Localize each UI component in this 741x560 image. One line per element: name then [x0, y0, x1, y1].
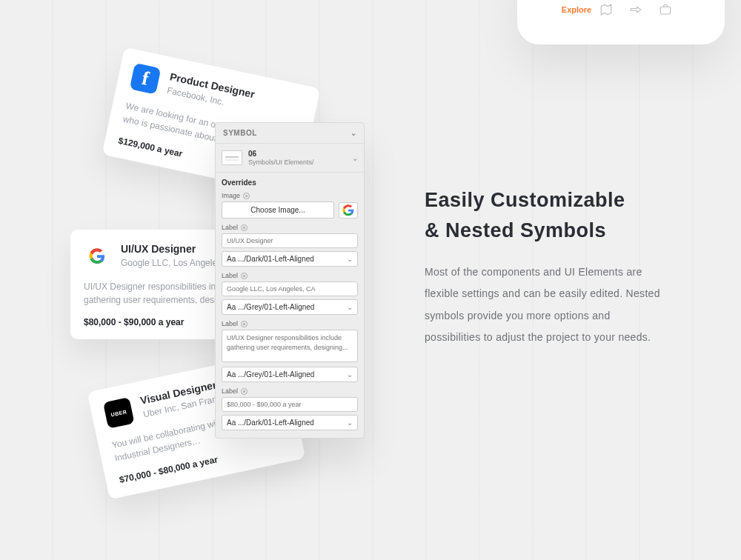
facebook-icon: f: [130, 63, 162, 95]
phone-navbar: Explore: [562, 3, 680, 16]
label-label: Label: [222, 224, 238, 231]
briefcase-icon[interactable]: [651, 3, 680, 16]
feature-copy: Easily Customizable & Nested Symbols Mos…: [425, 185, 662, 349]
label-label: Label: [222, 272, 238, 279]
plane-icon[interactable]: [621, 3, 651, 16]
choose-image-button[interactable]: Choose Image...: [222, 201, 334, 219]
visibility-icon[interactable]: [241, 224, 247, 231]
phone-mockup: Explore: [517, 0, 725, 44]
google-icon: [84, 243, 110, 270]
override-textarea-desc[interactable]: [222, 330, 358, 362]
chevron-down-icon: ⌄: [352, 154, 358, 162]
override-input-title[interactable]: [222, 233, 358, 248]
symbol-path: Symbols/UI Elements/: [248, 159, 346, 166]
style-select[interactable]: Aa .../Dark/01-Left-Aligned⌄: [222, 251, 358, 267]
chevron-down-icon: ⌄: [347, 419, 353, 427]
job-title: UI/UX Designer: [121, 243, 222, 255]
style-select[interactable]: Aa .../Grey/01-Left-Aligned⌄: [222, 299, 358, 315]
style-select[interactable]: Aa .../Grey/01-Left-Aligned⌄: [222, 367, 358, 382]
override-input-company[interactable]: [222, 281, 358, 296]
symbol-name: 06: [248, 150, 346, 159]
feature-heading: Easily Customizable & Nested Symbols: [425, 185, 662, 245]
chevron-down-icon: ⌄: [347, 370, 353, 379]
visibility-icon[interactable]: [241, 388, 247, 395]
svg-rect-0: [660, 7, 671, 14]
job-company: Google LLC, Los Angeles: [121, 258, 222, 268]
panel-header[interactable]: SYMBOL ⌄: [216, 123, 364, 144]
feature-body: Most of the components and UI Elements a…: [425, 261, 662, 349]
map-icon[interactable]: [591, 3, 621, 16]
label-label: Label: [222, 387, 238, 395]
label-label: Label: [222, 320, 238, 327]
chevron-down-icon: ⌄: [347, 303, 353, 311]
symbol-selector[interactable]: 06 Symbols/UI Elements/ ⌄: [216, 144, 364, 173]
style-select[interactable]: Aa .../Dark/01-Left-Aligned⌄: [222, 415, 358, 430]
nav-item-explore[interactable]: Explore: [562, 5, 591, 14]
overrides-title: Overrides: [222, 179, 358, 187]
override-input-salary[interactable]: [222, 397, 358, 412]
visibility-icon[interactable]: [241, 321, 247, 327]
chevron-down-icon: ⌄: [347, 255, 353, 263]
uber-icon: UBER: [103, 397, 135, 429]
panel-header-label: SYMBOL: [223, 129, 257, 137]
visibility-icon[interactable]: [243, 193, 250, 199]
chevron-down-icon: ⌄: [350, 129, 357, 137]
image-preview[interactable]: [339, 202, 358, 219]
image-label: Image: [222, 192, 240, 199]
visibility-icon[interactable]: [241, 273, 247, 279]
symbol-thumbnail: [222, 150, 242, 165]
inspector-panel: SYMBOL ⌄ 06 Symbols/UI Elements/ ⌄ Overr…: [215, 122, 365, 439]
